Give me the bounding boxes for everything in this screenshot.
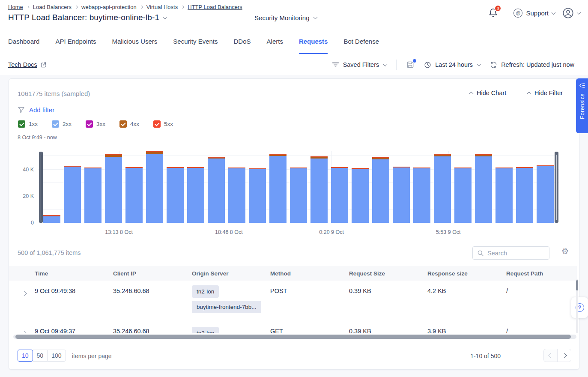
- chart-bar[interactable]: [434, 154, 451, 223]
- tab-malicious-users[interactable]: Malicious Users: [112, 38, 157, 54]
- chart-bar[interactable]: [310, 156, 328, 223]
- origin-server-tag[interactable]: tn2-lon: [192, 285, 219, 298]
- next-page-button[interactable]: [557, 349, 571, 362]
- tech-docs-link[interactable]: Tech Docs: [8, 61, 47, 68]
- chevron-down-icon[interactable]: [163, 15, 167, 19]
- vscroll-thumb[interactable]: [576, 280, 578, 290]
- status-filter-2xx[interactable]: 2xx: [52, 120, 72, 128]
- bar-segment-2xx: [372, 159, 389, 223]
- chart-bar[interactable]: [125, 167, 143, 223]
- requests-chart[interactable]: 020 K40 K13:13 8 Oct18:46 8 Oct0:20 9 Oc…: [38, 151, 559, 223]
- status-filter-1xx[interactable]: 1xx: [18, 120, 38, 128]
- hscroll-thumb[interactable]: [15, 335, 571, 339]
- chart-bar[interactable]: [352, 168, 369, 223]
- time-range-dropdown[interactable]: Last 24 hours: [424, 61, 481, 69]
- chart-bar[interactable]: [331, 167, 348, 223]
- chart-bar[interactable]: [537, 165, 554, 223]
- chart-bar[interactable]: [84, 168, 101, 223]
- table-row[interactable]: 9 Oct 09:49:3835.246.60.68tn2-lonbuytime…: [9, 281, 577, 325]
- page-size-50[interactable]: 50: [33, 350, 48, 362]
- table-row[interactable]: 9 Oct 09:49:3735.246.60.68tn2-lonGET0.39…: [9, 326, 577, 333]
- saved-filters-dropdown[interactable]: Saved Filters: [332, 61, 387, 68]
- tab-ddos[interactable]: DDoS: [234, 38, 251, 54]
- page-size-10[interactable]: 10: [18, 350, 33, 362]
- status-filter-4xx[interactable]: 4xx: [119, 120, 139, 128]
- chart-bar[interactable]: [516, 167, 533, 223]
- app-header: HomeLoad Balancerswebapp-api-protectionV…: [0, 0, 588, 27]
- checkbox-2xx[interactable]: [52, 120, 59, 128]
- checkbox-4xx[interactable]: [119, 120, 127, 128]
- vertical-scrollbar[interactable]: [576, 279, 578, 333]
- bar-segment-2xx: [352, 169, 369, 223]
- search-input[interactable]: [487, 250, 543, 257]
- tab-api-endpoints[interactable]: API Endpoints: [55, 38, 96, 54]
- status-filter-label: 4xx: [130, 121, 139, 127]
- status-filter-3xx[interactable]: 3xx: [86, 120, 105, 128]
- notifications-button[interactable]: 3: [488, 8, 498, 18]
- chart-bar[interactable]: [146, 151, 163, 223]
- chart-bar[interactable]: [43, 215, 60, 223]
- tab-dashboard[interactable]: Dashboard: [8, 38, 39, 54]
- secondary-nav-select[interactable]: Security Monitoring: [254, 14, 309, 21]
- breadcrumb-item[interactable]: HTTP Load Balancers: [188, 4, 242, 10]
- breadcrumb-item: webapp-api-protection: [81, 4, 137, 10]
- tab-alerts[interactable]: Alerts: [267, 38, 283, 54]
- chart-bar[interactable]: [167, 167, 184, 223]
- page-range-label: 1-10 of 500: [470, 353, 501, 359]
- column-header-method[interactable]: Method: [270, 266, 349, 277]
- checkbox-1xx[interactable]: [18, 120, 25, 128]
- prev-page-button[interactable]: [543, 349, 558, 362]
- add-filter-button[interactable]: Add filter: [18, 106, 54, 114]
- support-menu[interactable]: @ Support: [513, 9, 555, 18]
- horizontal-scrollbar[interactable]: [13, 335, 576, 339]
- origin-server-tag[interactable]: tn2-lon: [192, 327, 219, 333]
- table-settings-gear-icon[interactable]: ⚙: [561, 247, 569, 255]
- chart-bar[interactable]: [454, 168, 472, 223]
- chart-bar[interactable]: [249, 168, 266, 223]
- chart-bar[interactable]: [413, 168, 430, 223]
- tab-bot-defense[interactable]: Bot Defense: [343, 38, 379, 54]
- row-expander[interactable]: [18, 281, 35, 297]
- save-filter-button[interactable]: [406, 60, 415, 69]
- page-size-100[interactable]: 100: [47, 350, 66, 362]
- column-header-time[interactable]: Time: [35, 266, 113, 277]
- status-filter-5xx[interactable]: 5xx: [153, 120, 173, 128]
- y-axis-tick: 20 K: [23, 193, 34, 199]
- chart-bar[interactable]: [393, 167, 410, 223]
- chevron-down-icon[interactable]: [313, 15, 317, 19]
- left-brush-handle[interactable]: [39, 152, 43, 223]
- chart-bar[interactable]: [228, 168, 245, 223]
- column-header-client-ip[interactable]: Client IP: [113, 266, 192, 277]
- checkbox-5xx[interactable]: [153, 120, 161, 128]
- hide-chart-button[interactable]: Hide Chart: [470, 90, 506, 96]
- table-search[interactable]: [472, 246, 549, 260]
- breadcrumb-separator-icon: [181, 6, 184, 9]
- chart-bar[interactable]: [187, 167, 204, 223]
- chart-bar[interactable]: [475, 154, 492, 223]
- column-header-origin-server[interactable]: Origin Server: [192, 266, 270, 277]
- chart-bar[interactable]: [208, 157, 225, 223]
- right-brush-handle[interactable]: [555, 152, 558, 223]
- column-header-response-size[interactable]: Response size: [427, 266, 506, 277]
- help-button[interactable]: ?: [571, 297, 588, 318]
- breadcrumb-item[interactable]: Home: [8, 4, 23, 10]
- chart-bar[interactable]: [372, 157, 389, 223]
- column-header-request-path[interactable]: Request Path: [506, 266, 577, 277]
- account-menu[interactable]: [562, 7, 580, 19]
- chart-bar[interactable]: [105, 154, 122, 223]
- chart-bar[interactable]: [495, 168, 513, 223]
- checkbox-3xx[interactable]: [86, 120, 93, 128]
- chart-bar[interactable]: [64, 166, 81, 223]
- column-header-request-size[interactable]: Request Size: [349, 266, 427, 277]
- chart-bar[interactable]: [290, 168, 307, 223]
- hide-filter-button[interactable]: Hide Filter: [528, 90, 563, 96]
- bar-segment-2xx: [105, 157, 122, 223]
- origin-server-tag[interactable]: buytime-frontend-7bb...: [192, 301, 261, 313]
- tab-requests[interactable]: Requests: [299, 38, 328, 54]
- row-expander[interactable]: [18, 326, 35, 333]
- refresh-button[interactable]: Refresh: Updated just now: [490, 61, 574, 69]
- forensics-tab[interactable]: Forensics: [576, 78, 588, 133]
- chart-range-label: 8 Oct 9:49 - now: [18, 135, 57, 141]
- tab-security-events[interactable]: Security Events: [173, 38, 218, 54]
- chart-bar[interactable]: [269, 154, 287, 223]
